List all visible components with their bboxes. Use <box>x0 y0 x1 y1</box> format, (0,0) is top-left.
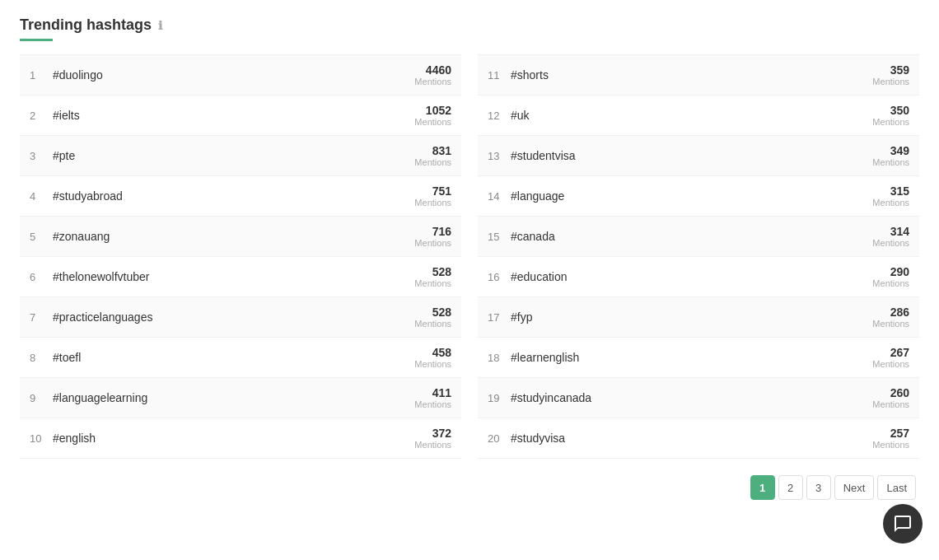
rank-number: 19 <box>488 392 511 404</box>
mentions-count: 372 <box>394 427 451 440</box>
mentions-count: 528 <box>394 306 451 319</box>
mentions-count: 267 <box>852 346 909 359</box>
mentions-block: 831 Mentions <box>394 144 451 167</box>
rank-number: 2 <box>30 110 53 122</box>
mentions-count: 716 <box>394 225 451 238</box>
next-button[interactable]: Next <box>834 475 875 500</box>
mentions-label: Mentions <box>394 399 451 409</box>
hashtag-name: #duolingo <box>53 68 394 82</box>
mentions-label: Mentions <box>394 319 451 329</box>
rank-number: 1 <box>30 69 53 82</box>
mentions-block: 314 Mentions <box>852 225 909 248</box>
mentions-count: 257 <box>852 427 909 440</box>
mentions-count: 290 <box>852 265 909 278</box>
mentions-label: Mentions <box>852 77 909 86</box>
mentions-label: Mentions <box>852 117 909 127</box>
list-item: 10 #english 372 Mentions <box>20 418 461 459</box>
rank-number: 20 <box>488 432 511 445</box>
mentions-label: Mentions <box>852 157 909 167</box>
hashtag-name: #practicelanguages <box>53 310 394 324</box>
right-column: 11 #shorts 359 Mentions 12 #uk 350 Menti… <box>478 54 919 459</box>
mentions-block: 267 Mentions <box>852 346 909 369</box>
mentions-block: 359 Mentions <box>852 63 909 86</box>
mentions-label: Mentions <box>852 278 909 288</box>
mentions-count: 751 <box>394 184 451 198</box>
list-item: 9 #languagelearning 411 Mentions <box>20 378 461 418</box>
list-item: 4 #studyabroad 751 Mentions <box>20 176 461 217</box>
page-1-button[interactable]: 1 <box>750 475 775 500</box>
list-item: 11 #shorts 359 Mentions <box>478 55 919 96</box>
last-button[interactable]: Last <box>877 475 916 500</box>
hashtag-name: #thelonewolfvtuber <box>53 270 394 283</box>
hashtag-name: #zonauang <box>53 230 394 243</box>
list-item: 7 #practicelanguages 528 Mentions <box>20 297 461 338</box>
mentions-block: 528 Mentions <box>394 306 451 329</box>
rank-number: 15 <box>488 231 511 243</box>
mentions-block: 286 Mentions <box>852 306 909 329</box>
rank-number: 16 <box>488 271 511 283</box>
mentions-block: 458 Mentions <box>394 346 451 369</box>
rank-number: 11 <box>488 69 511 82</box>
mentions-label: Mentions <box>394 198 451 208</box>
title-text: Trending hashtags <box>20 16 152 34</box>
mentions-count: 314 <box>852 225 909 238</box>
hashtag-name: #studyvisa <box>511 432 852 445</box>
rank-number: 7 <box>30 311 53 324</box>
hashtag-name: #fyp <box>511 310 852 324</box>
hashtag-name: #languagelearning <box>53 391 394 404</box>
mentions-count: 4460 <box>394 63 451 77</box>
page-3-button[interactable]: 3 <box>806 475 831 500</box>
mentions-block: 528 Mentions <box>394 265 451 288</box>
hashtag-name: #english <box>53 432 394 445</box>
hashtag-name: #language <box>511 189 852 203</box>
mentions-count: 315 <box>852 184 909 198</box>
mentions-label: Mentions <box>852 359 909 369</box>
pagination: 1 2 3 Next Last <box>20 475 919 500</box>
hashtag-name: #studentvisa <box>511 149 852 162</box>
hashtag-name: #pte <box>53 149 394 162</box>
hashtag-name: #canada <box>511 230 852 243</box>
mentions-block: 290 Mentions <box>852 265 909 288</box>
hashtag-name: #toefl <box>53 351 394 364</box>
mentions-block: 751 Mentions <box>394 184 451 208</box>
mentions-label: Mentions <box>394 359 451 369</box>
rank-number: 17 <box>488 311 511 324</box>
mentions-count: 286 <box>852 306 909 319</box>
mentions-count: 528 <box>394 265 451 278</box>
hashtag-name: #uk <box>511 109 852 122</box>
hashtag-name: #studyincanada <box>511 391 852 404</box>
mentions-label: Mentions <box>852 440 909 450</box>
list-item: 1 #duolingo 4460 Mentions <box>20 55 461 96</box>
list-item: 14 #language 315 Mentions <box>478 176 919 217</box>
hashtag-name: #education <box>511 270 852 283</box>
mentions-block: 372 Mentions <box>394 427 451 450</box>
mentions-block: 257 Mentions <box>852 427 909 450</box>
mentions-label: Mentions <box>852 319 909 329</box>
list-item: 8 #toefl 458 Mentions <box>20 338 461 378</box>
mentions-block: 411 Mentions <box>394 386 451 409</box>
mentions-block: 315 Mentions <box>852 184 909 208</box>
page-2-button[interactable]: 2 <box>778 475 803 500</box>
hashtag-name: #learnenglish <box>511 351 852 364</box>
mentions-block: 716 Mentions <box>394 225 451 248</box>
list-item: 3 #pte 831 Mentions <box>20 136 461 176</box>
rank-number: 14 <box>488 190 511 203</box>
info-icon[interactable]: ℹ <box>158 19 162 32</box>
rank-number: 5 <box>30 231 53 243</box>
hashtag-name: #shorts <box>511 68 852 82</box>
rank-number: 6 <box>30 271 53 283</box>
chat-bubble[interactable] <box>883 504 923 544</box>
list-item: 15 #canada 314 Mentions <box>478 217 919 257</box>
list-item: 5 #zonauang 716 Mentions <box>20 217 461 257</box>
list-item: 12 #uk 350 Mentions <box>478 96 919 136</box>
mentions-block: 1052 Mentions <box>394 104 451 127</box>
mentions-count: 260 <box>852 386 909 399</box>
mentions-count: 349 <box>852 144 909 157</box>
mentions-count: 350 <box>852 104 909 117</box>
title-underline <box>20 39 53 41</box>
rank-number: 12 <box>488 110 511 122</box>
mentions-count: 1052 <box>394 104 451 117</box>
left-column: 1 #duolingo 4460 Mentions 2 #ielts 1052 … <box>20 54 461 459</box>
mentions-label: Mentions <box>394 77 451 86</box>
mentions-label: Mentions <box>394 278 451 288</box>
